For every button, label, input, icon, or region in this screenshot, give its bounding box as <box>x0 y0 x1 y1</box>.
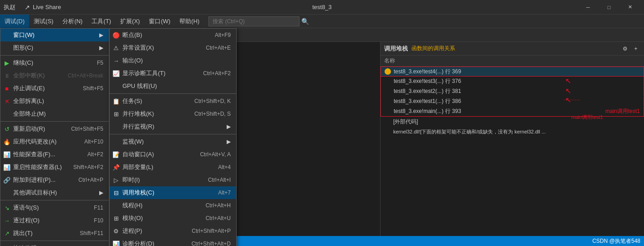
menu-item-quick-watch[interactable]: 👁 快速监视(Q)... Shift+F9 <box>0 242 109 246</box>
perf-icon: 📊 <box>3 151 10 158</box>
close-button[interactable]: ✕ <box>619 0 640 15</box>
submenu-modules[interactable]: ⊞ 模块(O) Ctrl+Alt+U <box>110 212 236 225</box>
call-stack-row-3[interactable]: test8_3.exe!test2(...) 行 381 <box>380 87 644 97</box>
menu-item-graphics[interactable]: 图形(C) ▶ <box>0 41 109 54</box>
submenu-gpu[interactable]: GPU 线程(U) <box>110 80 236 92</box>
row-text-3: test8_3.exe!test2(...) 行 381 <box>385 87 640 95</box>
menu-help[interactable]: 帮助(H) <box>175 15 204 28</box>
menu-debug[interactable]: 调试(D) <box>0 15 29 28</box>
dropdown-overlay: 窗口(W) ▶ 图形(C) ▶ ▶ 继续(C) F5 ⏸ 全部中断(K) Ctr… <box>0 28 237 246</box>
continue-icon: ▶ <box>3 59 10 67</box>
submenu-sep-1 <box>110 93 236 94</box>
submenu-sep-2 <box>110 134 236 134</box>
exception-icon: ⚠ <box>112 44 120 51</box>
menu-analysis[interactable]: 分析(N) <box>58 15 87 28</box>
submenu-diag-tools[interactable]: 📈 显示诊断工具(T) Ctrl+Alt+F2 <box>110 67 236 80</box>
submenu-call-stack[interactable]: ⊟ 调用堆栈(C) Alt+7 <box>110 186 236 199</box>
menu-item-restart[interactable]: ↺ 重新启动(R) Ctrl+Shift+F5 <box>0 123 109 135</box>
maximize-button[interactable]: □ <box>598 0 619 15</box>
submenu-breakpoints[interactable]: 🔴 断点(B) Alt+F9 <box>110 29 236 41</box>
diag-tools-icon: 📈 <box>112 70 120 77</box>
menu-extensions[interactable]: 扩展(X) <box>116 15 144 28</box>
title-bar: test8_3 执赵 ↗ Live Share ─ □ ✕ <box>0 0 644 15</box>
submenu-immediate[interactable]: ▷ 即时(I) Ctrl+Alt+I <box>110 174 236 186</box>
stop-icon: ■ <box>3 85 10 92</box>
call-stack-row-2[interactable]: test8_3.exe!test3(...) 行 376 <box>380 77 644 87</box>
live-share-button[interactable]: ↗ Live Share <box>19 0 66 15</box>
row-text-4: test8_3.exe!test1(...) 行 386 <box>385 97 640 105</box>
menu-item-other-targets[interactable]: 其他调试目标(H) ▶ <box>0 186 109 199</box>
menu-item-step-into[interactable]: ↘ 逐语句(S) F11 <box>0 201 109 214</box>
panel-add-btn[interactable]: + <box>631 44 640 53</box>
locals-icon: 📌 <box>112 164 120 171</box>
menu-item-break-all[interactable]: ⏸ 全部中断(K) Ctrl+Alt+Break <box>0 69 109 82</box>
row-text-5: test8_3.exe!main(...) 行 393 <box>385 108 587 115</box>
row-text-7: kernel32.dll![下面的框架可能不正确和/或缺失，没有为 kernel… <box>384 128 640 135</box>
submenu-watch[interactable]: 监视(W) ▶ <box>110 135 236 148</box>
menu-tools[interactable]: 工具(T) <box>87 15 116 28</box>
menu-item-step-out[interactable]: ↗ 跳出(T) Shift+F11 <box>0 227 109 240</box>
submenu-diag-analysis[interactable]: 📊 诊断分析(D) Ctrl+Shift+Alt+D <box>110 237 236 246</box>
menu-item-terminate[interactable]: 全部终止(M) <box>0 108 109 120</box>
menu-bar: 调试(D) 测试(S) 分析(N) 工具(T) 扩展(X) 窗口(W) 帮助(H… <box>0 15 644 28</box>
user-name: 执赵 <box>4 3 15 11</box>
menu-item-step-over[interactable]: → 逐过程(O) F10 <box>0 214 109 227</box>
minimize-button[interactable]: ─ <box>578 0 598 15</box>
search-input[interactable] <box>208 16 299 26</box>
live-share-label: Live Share <box>33 4 61 10</box>
menu-item-window[interactable]: 窗口(W) ▶ <box>0 29 109 41</box>
immediate-icon: ▷ <box>112 176 120 184</box>
submenu-parallel-watch[interactable]: 并行监视(R) ▶ <box>110 120 236 133</box>
submenu-output[interactable]: → 输出(O) <box>110 54 236 67</box>
submenu-exception[interactable]: ⚠ 异常设置(X) Ctrl+Alt+E <box>110 41 236 54</box>
row-text-1: test8_3.exe!test4(...) 行 369 <box>394 68 640 76</box>
call-stack-row-1[interactable]: test8_3.exe!test4(...) 行 369 <box>380 67 644 77</box>
sep-2 <box>0 121 109 122</box>
step-out-icon: ↗ <box>3 230 10 237</box>
step-over-icon: → <box>3 217 10 224</box>
sep-1 <box>0 55 109 56</box>
call-stack-icon: ⊟ <box>112 189 120 196</box>
window-controls: ─ □ ✕ <box>578 0 640 15</box>
modules-icon: ⊞ <box>112 215 120 222</box>
restart-icon: ↺ <box>3 125 10 133</box>
search-icon: 🔍 <box>301 18 309 25</box>
call-stack-row-4[interactable]: test8_3.exe!test1(...) 行 386 <box>380 97 644 107</box>
title-bar-title: test8_3 <box>312 4 332 10</box>
menu-item-restart-perf[interactable]: 📊 重启性能探查器(L) Shift+Alt+F2 <box>0 161 109 174</box>
submenu-locals[interactable]: 📌 局部变量(L) Alt+4 <box>110 161 236 174</box>
column-name: 名称 <box>384 57 395 65</box>
submenu-processes[interactable]: ⚙ 进程(P) Ctrl+Shift+Alt+P <box>110 225 236 237</box>
menu-item-attach[interactable]: 🔗 附加到进程(P)... Ctrl+Alt+P <box>0 174 109 186</box>
menu-test[interactable]: 测试(S) <box>29 15 58 28</box>
processes-icon: ⚙ <box>112 227 120 235</box>
breakpoints-icon: 🔴 <box>112 31 120 39</box>
submenu-auto-window[interactable]: 📝 自动窗口(A) Ctrl+Alt+V, A <box>110 148 236 161</box>
parallel-stack-icon: ⊞ <box>112 110 120 118</box>
menu-item-detach[interactable]: ✕ 全部拆离(L) <box>0 95 109 108</box>
submenu-threads[interactable]: 线程(H) Ctrl+Alt+H <box>110 199 236 212</box>
submenu-parallel-stack[interactable]: ⊞ 并行堆栈(K) Ctrl+Shift+D, S <box>110 108 236 120</box>
call-stack-row-5[interactable]: test8_3.exe!main(...) 行 393 main调用test1 <box>380 107 644 117</box>
call-stack-header: 名称 <box>380 56 644 67</box>
panel-settings-btn[interactable]: ⚙ <box>620 44 629 53</box>
status-bar-credit: CSDN @执笔者548 <box>592 237 640 245</box>
menu-item-perf-explorer[interactable]: 📊 性能探查器(F)... Alt+F2 <box>0 148 109 161</box>
sep-3 <box>0 200 109 200</box>
call-stack-row-7[interactable]: kernel32.dll![下面的框架可能不正确和/或缺失，没有为 kernel… <box>380 127 644 137</box>
call-stack-table: 名称 test8_3.exe!test4(...) 行 369 test8_3.… <box>380 56 644 246</box>
right-panel: 调用堆栈 函数间的调用关系 ⚙ + 名称 test8_3.exe!test4(.… <box>380 42 644 246</box>
window-submenu: 🔴 断点(B) Alt+F9 ⚠ 异常设置(X) Ctrl+Alt+E → 输出… <box>109 28 237 246</box>
tasks-icon: 📋 <box>112 97 120 105</box>
menu-item-apply-code[interactable]: 🔥 应用代码更改(A) Alt+F10 <box>0 135 109 148</box>
menu-item-stop[interactable]: ■ 停止调试(E) Shift+F5 <box>0 82 109 95</box>
break-icon: ⏸ <box>3 72 10 79</box>
sep-4 <box>0 241 109 241</box>
detach-icon: ✕ <box>3 97 10 105</box>
call-stack-row-6[interactable]: [外部代码] <box>380 117 644 127</box>
menu-window[interactable]: 窗口(W) <box>144 15 175 28</box>
menu-item-continue[interactable]: ▶ 继续(C) F5 <box>0 56 109 69</box>
submenu-tasks[interactable]: 📋 任务(S) Ctrl+Shift+D, K <box>110 95 236 108</box>
panel-title: 调用堆栈 <box>384 45 408 53</box>
search-area: 🔍 <box>208 16 639 26</box>
